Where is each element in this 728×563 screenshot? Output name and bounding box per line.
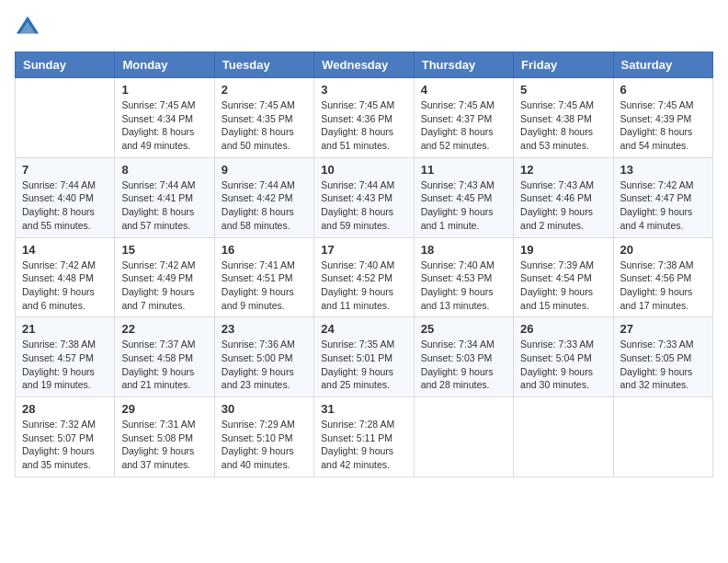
day-info: Sunrise: 7:38 AM Sunset: 4:57 PM Dayligh…: [22, 338, 108, 392]
week-row-4: 21Sunrise: 7:38 AM Sunset: 4:57 PM Dayli…: [16, 317, 713, 397]
day-number: 31: [321, 402, 406, 416]
calendar-cell: 28Sunrise: 7:32 AM Sunset: 5:07 PM Dayli…: [16, 397, 115, 477]
day-info: Sunrise: 7:44 AM Sunset: 4:43 PM Dayligh…: [321, 178, 406, 233]
day-info: Sunrise: 7:33 AM Sunset: 5:04 PM Dayligh…: [520, 338, 606, 392]
day-info: Sunrise: 7:42 AM Sunset: 4:47 PM Dayligh…: [620, 178, 706, 233]
day-number: 29: [121, 402, 207, 416]
day-number: 18: [421, 243, 506, 257]
calendar-cell: 11Sunrise: 7:43 AM Sunset: 4:45 PM Dayli…: [414, 157, 513, 237]
calendar-cell: 19Sunrise: 7:39 AM Sunset: 4:54 PM Dayli…: [514, 237, 613, 317]
day-number: 4: [421, 83, 506, 97]
day-info: Sunrise: 7:45 AM Sunset: 4:34 PM Dayligh…: [121, 98, 207, 153]
day-number: 13: [620, 163, 706, 177]
calendar-cell: [514, 397, 613, 477]
day-number: 20: [620, 243, 706, 257]
logo: [15, 15, 44, 40]
weekday-header-tuesday: Tuesday: [214, 52, 313, 78]
weekday-header-row: SundayMondayTuesdayWednesdayThursdayFrid…: [16, 52, 713, 78]
calendar-cell: 31Sunrise: 7:28 AM Sunset: 5:11 PM Dayli…: [314, 397, 414, 477]
calendar-cell: 27Sunrise: 7:33 AM Sunset: 5:05 PM Dayli…: [613, 317, 712, 397]
day-info: Sunrise: 7:43 AM Sunset: 4:46 PM Dayligh…: [520, 178, 606, 233]
weekday-header-wednesday: Wednesday: [314, 52, 414, 78]
calendar-table: SundayMondayTuesdayWednesdayThursdayFrid…: [15, 52, 713, 477]
day-number: 10: [321, 163, 406, 177]
day-info: Sunrise: 7:32 AM Sunset: 5:07 PM Dayligh…: [22, 418, 108, 472]
weekday-header-saturday: Saturday: [613, 52, 712, 78]
day-number: 9: [222, 163, 307, 177]
day-info: Sunrise: 7:44 AM Sunset: 4:40 PM Dayligh…: [22, 178, 108, 233]
day-number: 5: [520, 83, 606, 97]
day-number: 3: [321, 83, 406, 97]
day-number: 17: [321, 243, 406, 257]
calendar-cell: 16Sunrise: 7:41 AM Sunset: 4:51 PM Dayli…: [214, 237, 313, 317]
day-number: 6: [620, 83, 706, 97]
day-number: 2: [222, 83, 307, 97]
weekday-header-sunday: Sunday: [16, 52, 115, 78]
day-number: 22: [121, 322, 207, 336]
day-info: Sunrise: 7:44 AM Sunset: 4:41 PM Dayligh…: [121, 178, 207, 233]
day-info: Sunrise: 7:36 AM Sunset: 5:00 PM Dayligh…: [222, 338, 307, 392]
day-info: Sunrise: 7:35 AM Sunset: 5:01 PM Dayligh…: [321, 338, 406, 392]
day-info: Sunrise: 7:31 AM Sunset: 5:08 PM Dayligh…: [121, 418, 207, 472]
week-row-2: 7Sunrise: 7:44 AM Sunset: 4:40 PM Daylig…: [16, 157, 713, 237]
weekday-header-friday: Friday: [514, 52, 613, 78]
calendar-cell: 5Sunrise: 7:45 AM Sunset: 4:38 PM Daylig…: [514, 78, 613, 158]
calendar-cell: 20Sunrise: 7:38 AM Sunset: 4:56 PM Dayli…: [613, 237, 712, 317]
calendar-cell: 17Sunrise: 7:40 AM Sunset: 4:52 PM Dayli…: [314, 237, 414, 317]
calendar-cell: 30Sunrise: 7:29 AM Sunset: 5:10 PM Dayli…: [214, 397, 313, 477]
calendar-cell: 8Sunrise: 7:44 AM Sunset: 4:41 PM Daylig…: [115, 157, 214, 237]
day-number: 27: [620, 322, 706, 336]
calendar-cell: 7Sunrise: 7:44 AM Sunset: 4:40 PM Daylig…: [16, 157, 115, 237]
day-info: Sunrise: 7:28 AM Sunset: 5:11 PM Dayligh…: [321, 418, 406, 472]
calendar-cell: 10Sunrise: 7:44 AM Sunset: 4:43 PM Dayli…: [314, 157, 414, 237]
calendar-cell: 24Sunrise: 7:35 AM Sunset: 5:01 PM Dayli…: [314, 317, 414, 397]
calendar-cell: 26Sunrise: 7:33 AM Sunset: 5:04 PM Dayli…: [514, 317, 613, 397]
day-number: 14: [22, 243, 108, 257]
weekday-header-thursday: Thursday: [414, 52, 513, 78]
calendar-cell: [613, 397, 712, 477]
day-info: Sunrise: 7:38 AM Sunset: 4:56 PM Dayligh…: [620, 259, 706, 313]
day-info: Sunrise: 7:44 AM Sunset: 4:42 PM Dayligh…: [222, 178, 307, 233]
day-number: 24: [321, 322, 406, 336]
calendar-cell: [16, 78, 115, 158]
day-number: 8: [121, 163, 207, 177]
week-row-5: 28Sunrise: 7:32 AM Sunset: 5:07 PM Dayli…: [16, 397, 713, 477]
day-number: 30: [222, 402, 307, 416]
day-info: Sunrise: 7:45 AM Sunset: 4:39 PM Dayligh…: [620, 98, 706, 153]
logo-icon: [15, 15, 40, 40]
calendar-cell: 3Sunrise: 7:45 AM Sunset: 4:36 PM Daylig…: [314, 78, 414, 158]
day-number: 28: [22, 402, 108, 416]
page-header: [15, 15, 713, 40]
day-info: Sunrise: 7:45 AM Sunset: 4:35 PM Dayligh…: [222, 98, 307, 153]
day-info: Sunrise: 7:40 AM Sunset: 4:53 PM Dayligh…: [421, 259, 506, 313]
day-number: 7: [22, 163, 108, 177]
day-number: 16: [222, 243, 307, 257]
day-number: 23: [222, 322, 307, 336]
calendar-cell: 15Sunrise: 7:42 AM Sunset: 4:49 PM Dayli…: [115, 237, 214, 317]
day-info: Sunrise: 7:40 AM Sunset: 4:52 PM Dayligh…: [321, 259, 406, 313]
calendar-cell: 14Sunrise: 7:42 AM Sunset: 4:48 PM Dayli…: [16, 237, 115, 317]
day-info: Sunrise: 7:42 AM Sunset: 4:48 PM Dayligh…: [22, 259, 108, 313]
calendar-cell: 2Sunrise: 7:45 AM Sunset: 4:35 PM Daylig…: [214, 78, 313, 158]
calendar-cell: [414, 397, 513, 477]
calendar-cell: 29Sunrise: 7:31 AM Sunset: 5:08 PM Dayli…: [115, 397, 214, 477]
day-info: Sunrise: 7:29 AM Sunset: 5:10 PM Dayligh…: [222, 418, 307, 472]
calendar-cell: 22Sunrise: 7:37 AM Sunset: 4:58 PM Dayli…: [115, 317, 214, 397]
week-row-3: 14Sunrise: 7:42 AM Sunset: 4:48 PM Dayli…: [16, 237, 713, 317]
calendar-cell: 25Sunrise: 7:34 AM Sunset: 5:03 PM Dayli…: [414, 317, 513, 397]
weekday-header-monday: Monday: [115, 52, 214, 78]
day-info: Sunrise: 7:45 AM Sunset: 4:36 PM Dayligh…: [321, 98, 406, 153]
calendar-cell: 18Sunrise: 7:40 AM Sunset: 4:53 PM Dayli…: [414, 237, 513, 317]
calendar-cell: 13Sunrise: 7:42 AM Sunset: 4:47 PM Dayli…: [613, 157, 712, 237]
calendar-cell: 6Sunrise: 7:45 AM Sunset: 4:39 PM Daylig…: [613, 78, 712, 158]
day-info: Sunrise: 7:34 AM Sunset: 5:03 PM Dayligh…: [421, 338, 506, 392]
day-info: Sunrise: 7:43 AM Sunset: 4:45 PM Dayligh…: [421, 178, 506, 233]
day-number: 26: [520, 322, 606, 336]
day-info: Sunrise: 7:39 AM Sunset: 4:54 PM Dayligh…: [520, 259, 606, 313]
day-number: 11: [421, 163, 506, 177]
day-info: Sunrise: 7:33 AM Sunset: 5:05 PM Dayligh…: [620, 338, 706, 392]
day-number: 1: [121, 83, 207, 97]
day-info: Sunrise: 7:42 AM Sunset: 4:49 PM Dayligh…: [121, 259, 207, 313]
day-number: 19: [520, 243, 606, 257]
day-number: 15: [121, 243, 207, 257]
